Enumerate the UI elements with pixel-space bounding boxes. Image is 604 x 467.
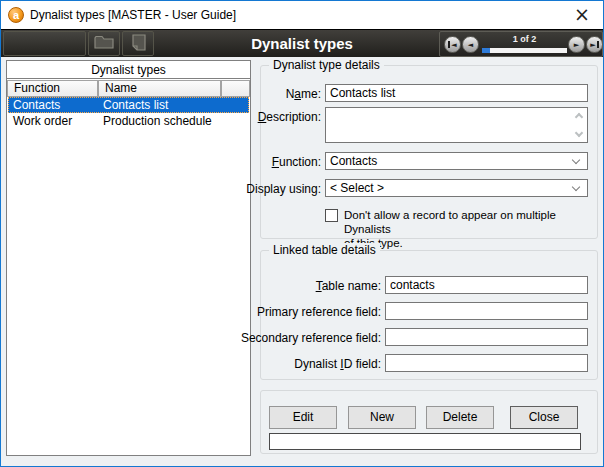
new-button[interactable]: New	[348, 406, 416, 429]
primary-reference-input[interactable]	[385, 302, 588, 320]
function-select[interactable]: Contacts	[325, 152, 588, 170]
page-indicator: 1 of 2	[482, 34, 567, 44]
nav-last-button[interactable]: ►	[586, 36, 603, 53]
secondary-reference-input[interactable]	[385, 328, 588, 346]
list-rows: Contacts Contacts list Work order Produc…	[8, 97, 249, 129]
dynalist-id-input[interactable]	[385, 354, 588, 372]
display-using-select[interactable]: < Select >	[325, 179, 588, 197]
record-progress-bar[interactable]	[482, 48, 567, 53]
primary-reference-label: Primary reference field:	[257, 305, 381, 319]
folder-icon	[94, 35, 114, 53]
toolbar-blank-segment	[3, 31, 86, 56]
delete-button[interactable]: Delete	[426, 406, 494, 429]
group-title: Dynalist type details	[269, 58, 384, 72]
description-textarea[interactable]	[325, 107, 588, 143]
scroll-down-icon[interactable]	[575, 129, 583, 137]
nav-first-button[interactable]: ◄	[444, 36, 461, 53]
dynalist-types-list: Dynalist types Function Name Contacts Co…	[6, 60, 251, 456]
function-label: Function:	[272, 155, 321, 169]
record-navigator: ◄ ◄ 1 of 2 ► ►	[439, 31, 603, 57]
table-name-input[interactable]	[385, 276, 588, 294]
edit-button[interactable]: Edit	[269, 406, 337, 429]
first-arrow-glyph: ◄	[451, 41, 456, 49]
record-progress-fill	[482, 48, 490, 53]
row-function-cell: Contacts	[8, 97, 98, 113]
column-header-name[interactable]: Name	[98, 80, 221, 97]
window-title: Dynalist types [MASTER - User Guide]	[30, 1, 236, 29]
table-name-label: Table name:	[316, 279, 381, 293]
open-folder-button[interactable]	[88, 31, 120, 56]
dont-allow-multiple-checkbox[interactable]	[325, 209, 338, 222]
status-bar	[269, 433, 581, 450]
title-bar[interactable]: a Dynalist types [MASTER - User Guide] ×	[1, 1, 603, 29]
name-label: Name:	[286, 87, 321, 101]
list-title: Dynalist types	[7, 61, 250, 79]
list-column-headers: Function Name	[7, 80, 250, 97]
toolbar: Dynalist types ◄ ◄ 1 of 2 ► ►	[1, 29, 603, 57]
row-name-cell: Production schedule	[98, 113, 249, 129]
scroll-up-icon[interactable]	[575, 113, 583, 121]
dynalist-id-label: Dynalist ID field:	[294, 357, 381, 371]
display-using-label: Display using:	[246, 182, 321, 196]
chevron-down-icon	[572, 156, 580, 164]
column-header-filler	[221, 80, 250, 97]
next-arrow-icon: ►	[574, 41, 579, 49]
first-page-icon	[448, 41, 450, 48]
last-arrow-glyph: ►	[590, 41, 595, 49]
name-input[interactable]	[325, 84, 588, 102]
document-icon	[131, 34, 146, 54]
close-icon[interactable]: ×	[571, 1, 593, 29]
document-button[interactable]	[122, 31, 154, 56]
row-function-cell: Work order	[8, 113, 98, 129]
dont-allow-multiple-label: Don't allow a record to appear on multip…	[344, 208, 596, 250]
nav-previous-button[interactable]: ◄	[462, 36, 479, 53]
chevron-down-icon	[572, 183, 580, 191]
display-using-select-value: < Select >	[330, 181, 384, 195]
list-item-work-order[interactable]: Work order Production schedule	[8, 113, 249, 129]
secondary-reference-label: Secondary reference field:	[241, 331, 381, 345]
app-icon: a	[8, 7, 24, 23]
close-button[interactable]: Close	[510, 406, 578, 429]
dynalist-types-window: a Dynalist types [MASTER - User Guide] ×…	[0, 0, 604, 467]
group-title: Linked table details	[269, 243, 380, 257]
previous-arrow-icon: ◄	[468, 41, 473, 49]
nav-next-button[interactable]: ►	[568, 36, 585, 53]
last-page-icon	[597, 41, 599, 48]
row-name-cell: Contacts list	[98, 97, 249, 113]
function-select-value: Contacts	[330, 154, 377, 168]
column-header-function[interactable]: Function	[7, 80, 98, 97]
description-label: Description:	[258, 110, 321, 124]
list-item-contacts[interactable]: Contacts Contacts list	[8, 97, 249, 113]
